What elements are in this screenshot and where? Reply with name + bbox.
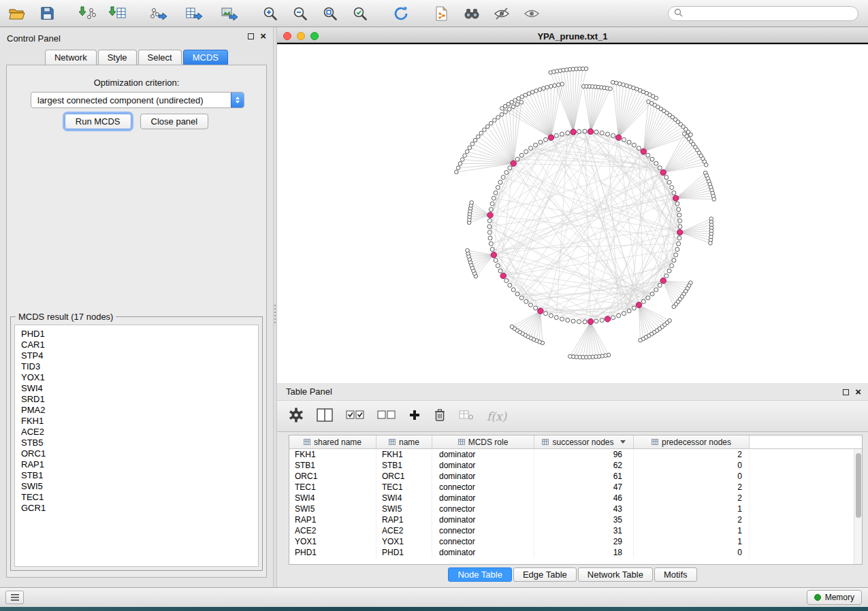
mcds-node-item[interactable]: STB5 [21, 437, 252, 448]
import-table-icon[interactable] [108, 3, 128, 24]
cell-predecessor-nodes: 0 [634, 460, 750, 471]
table-settings-gear-icon[interactable] [289, 408, 304, 425]
mcds-node-item[interactable]: TID3 [21, 361, 252, 372]
tab-mcds[interactable]: MCDS [183, 50, 228, 65]
zoom-selected-icon[interactable] [350, 3, 370, 24]
cell-mcds-role: dominator [432, 493, 534, 503]
mcds-node-item[interactable]: STB1 [21, 470, 252, 481]
memory-label: Memory [825, 593, 854, 602]
table-row[interactable]: RAP1RAP1dominator352 [289, 514, 854, 525]
mcds-node-item[interactable]: PMA2 [21, 405, 252, 416]
criterion-dropdown[interactable]: largest connected component (undirected) [31, 92, 244, 108]
window-traffic-lights [283, 32, 319, 40]
select-all-icon[interactable] [346, 410, 364, 423]
close-window-icon[interactable] [283, 32, 291, 40]
run-mcds-button[interactable]: Run MCDS [65, 114, 131, 129]
splitter-handle[interactable] [274, 305, 276, 324]
table-row[interactable]: STB1STB1dominator620 [289, 460, 854, 471]
cell-name: TEC1 [376, 482, 432, 493]
scrollbar-thumb[interactable] [856, 453, 861, 518]
mcds-node-item[interactable]: SRD1 [21, 394, 252, 405]
tab-style[interactable]: Style [98, 50, 137, 65]
column-header-predecessor-nodes[interactable]: predecessor nodes [634, 435, 750, 449]
refresh-icon[interactable] [391, 3, 411, 24]
cell-successor-nodes: 61 [534, 471, 634, 482]
search-network-icon[interactable] [462, 3, 482, 24]
float-table-panel-icon[interactable] [843, 389, 849, 395]
birds-eye-view-icon[interactable] [521, 3, 542, 24]
cell-mcds-role: connector [432, 503, 534, 514]
search-input[interactable] [686, 9, 852, 18]
mcds-node-item[interactable]: ACE2 [21, 427, 252, 437]
close-table-panel-icon[interactable]: × [855, 389, 861, 395]
mcds-node-item[interactable]: PHD1 [21, 329, 252, 340]
zoom-fit-icon[interactable] [320, 3, 340, 24]
table-row[interactable]: SWI4SWI4dominator462 [289, 493, 854, 503]
float-panel-icon[interactable] [248, 33, 254, 39]
column-header-shared-name[interactable]: shared name [289, 435, 376, 449]
table-row[interactable]: SWI5SWI5connector431 [289, 503, 854, 514]
memory-status-icon [814, 594, 821, 601]
table-row[interactable]: YOX1YOX1connector291 [289, 536, 854, 547]
tab-network-table[interactable]: Network Table [578, 567, 653, 582]
cell-shared-name: PHD1 [289, 547, 376, 558]
column-header-name[interactable]: name [376, 435, 432, 449]
column-header-mcds-role[interactable]: MCDS role [432, 435, 534, 449]
table-row[interactable]: ORC1ORC1dominator610 [289, 471, 854, 482]
tab-select[interactable]: Select [138, 50, 182, 65]
mcds-node-item[interactable]: ORC1 [21, 448, 252, 459]
tab-network[interactable]: Network [45, 50, 97, 65]
tab-node-table[interactable]: Node Table [448, 567, 512, 582]
close-panel-button[interactable]: Close panel [140, 114, 209, 129]
export-table-icon[interactable] [184, 3, 204, 24]
delete-column-icon[interactable] [434, 408, 446, 425]
cell-successor-nodes: 46 [534, 493, 634, 503]
mcds-result-title: MCDS result (17 nodes) [16, 312, 116, 322]
memory-button[interactable]: Memory [807, 590, 862, 605]
table-row[interactable]: ACE2ACE2connector311 [289, 525, 854, 536]
maximize-window-icon[interactable] [310, 32, 319, 40]
sort-chevron-down-icon[interactable] [620, 440, 626, 444]
mcds-result-list[interactable]: PHD1CAR1STP4TID3YOX1SWI4SRD1PMA2FKH1ACE2… [14, 325, 259, 567]
hide-annotations-icon[interactable] [492, 3, 512, 24]
optimization-criterion-label: Optimization criterion: [7, 78, 266, 88]
zoom-out-icon[interactable] [290, 3, 310, 24]
network-canvas[interactable] [277, 43, 868, 383]
show-panels-button[interactable] [5, 591, 24, 604]
search-box[interactable] [668, 6, 858, 21]
show-columns-icon[interactable] [317, 408, 333, 425]
mcds-node-item[interactable]: SWI4 [21, 383, 252, 394]
cell-mcds-role: connector [432, 525, 534, 536]
node-table-header: shared name name MCDS role successor nod… [289, 435, 862, 449]
mcds-node-item[interactable]: GCR1 [21, 503, 252, 514]
table-scrollbar[interactable] [854, 449, 862, 564]
mcds-node-item[interactable]: FKH1 [21, 416, 252, 427]
table-row[interactable]: FKH1FKH1dominator962 [289, 449, 854, 460]
mcds-node-item[interactable]: YOX1 [21, 372, 252, 383]
cell-name: PHD1 [376, 547, 432, 558]
share-document-icon[interactable] [432, 3, 452, 24]
add-column-icon[interactable] [408, 409, 421, 424]
mcds-tab-panel: Optimization criterion: largest connecte… [6, 65, 267, 578]
table-row[interactable]: PHD1PHD1dominator180 [289, 547, 854, 558]
mcds-node-item[interactable]: CAR1 [21, 340, 252, 350]
export-network-icon[interactable] [148, 3, 169, 24]
zoom-in-icon[interactable] [260, 3, 280, 24]
mcds-node-item[interactable]: STP4 [21, 350, 252, 361]
import-network-icon[interactable] [78, 3, 98, 24]
minimize-window-icon[interactable] [297, 32, 305, 40]
column-header-successor-nodes[interactable]: successor nodes [534, 435, 634, 449]
mcds-node-item[interactable]: SWI5 [21, 481, 252, 492]
cell-successor-nodes: 18 [534, 547, 634, 558]
mcds-node-item[interactable]: RAP1 [21, 459, 252, 470]
tab-edge-table[interactable]: Edge Table [513, 567, 577, 582]
close-panel-icon[interactable]: × [260, 33, 266, 39]
table-row[interactable]: TEC1TEC1connector472 [289, 482, 854, 493]
save-icon[interactable] [37, 3, 57, 24]
tab-motifs[interactable]: Motifs [654, 567, 697, 582]
mcds-node-item[interactable]: TEC1 [21, 492, 252, 503]
network-view-titlebar[interactable]: YPA_prune.txt_1 [277, 30, 868, 43]
deselect-all-icon[interactable] [377, 410, 396, 423]
export-image-icon[interactable] [219, 3, 240, 24]
open-folder-icon[interactable] [7, 3, 27, 24]
